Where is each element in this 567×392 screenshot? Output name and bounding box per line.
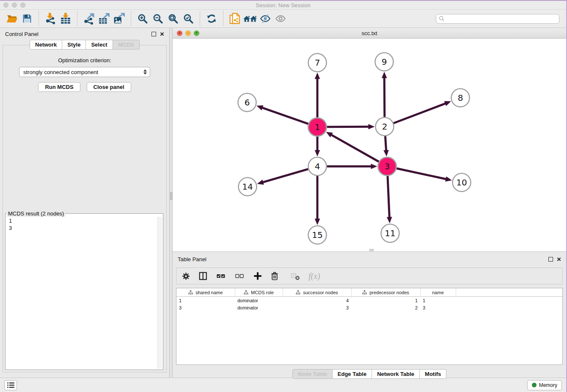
deselect-all-columns-button[interactable] <box>234 270 245 282</box>
minimize-network-button[interactable]: − <box>185 30 191 36</box>
close-panel-icon[interactable]: × <box>160 30 164 38</box>
edge-1-4[interactable] <box>315 137 320 157</box>
column-header-name[interactable]: name <box>420 288 456 297</box>
node-8[interactable]: 8 <box>451 89 470 107</box>
node-3[interactable]: 3 <box>378 157 396 176</box>
table-row[interactable]: 3dominator323 <box>176 304 563 311</box>
tab-select[interactable]: Select <box>86 40 113 50</box>
toggle-graphics-details-button[interactable] <box>258 11 273 26</box>
float-table-panel-icon[interactable] <box>548 257 553 262</box>
zoom-out-button[interactable] <box>150 11 165 26</box>
task-history-button[interactable] <box>4 380 17 390</box>
table-tab-edge-table[interactable]: Edge Table <box>333 369 372 379</box>
search-box <box>436 14 559 24</box>
result-scrollbar[interactable] <box>157 217 162 369</box>
zoom-selected-button[interactable] <box>181 11 196 26</box>
edge-4-3[interactable] <box>327 164 377 169</box>
table-cell[interactable]: 2 <box>351 304 420 311</box>
table-cell[interactable]: 1 <box>351 297 420 304</box>
zoom-window-button[interactable] <box>20 3 25 8</box>
table-tab-motifs[interactable]: Motifs <box>420 369 446 379</box>
zoom-network-button[interactable]: + <box>194 30 199 36</box>
edge-1-2[interactable] <box>327 124 374 130</box>
node-10[interactable]: 10 <box>453 174 471 192</box>
import-table-button[interactable] <box>58 11 73 26</box>
zoom-in-button[interactable] <box>135 11 150 26</box>
node-11[interactable]: 11 <box>381 224 399 243</box>
edge-3-11[interactable] <box>387 176 392 223</box>
memory-button[interactable]: Memory <box>527 380 562 390</box>
open-session-button[interactable] <box>4 11 19 26</box>
export-image-button[interactable] <box>112 11 127 26</box>
first-neighbors-button[interactable] <box>242 11 258 26</box>
table-cell[interactable]: 4 <box>283 297 351 304</box>
zoom-fit-button[interactable] <box>165 11 181 26</box>
search-input[interactable] <box>446 15 556 22</box>
column-header-MCDS-role[interactable]: MCDS role <box>235 288 283 297</box>
export-table-button[interactable] <box>96 11 112 26</box>
edge-3-1[interactable] <box>326 132 379 162</box>
new-network-from-selection-button[interactable] <box>227 11 242 26</box>
canvas-scrollbar-handle[interactable] <box>369 249 374 251</box>
close-panel-button[interactable]: Close panel <box>87 82 131 92</box>
select-all-columns-button[interactable] <box>216 270 226 282</box>
close-network-button[interactable]: × <box>177 30 182 36</box>
edge-4-15[interactable] <box>315 176 320 225</box>
node-1[interactable]: 1 <box>308 118 327 136</box>
node-label: 6 <box>245 97 250 108</box>
clone-network-icon <box>229 13 241 25</box>
node-14[interactable]: 14 <box>239 178 257 196</box>
table-mode-button[interactable] <box>182 270 190 282</box>
import-network-button[interactable] <box>43 11 58 26</box>
edge-1-6[interactable] <box>256 105 308 124</box>
table-cell[interactable]: dominator <box>235 304 283 311</box>
edge-3-10[interactable] <box>396 168 452 182</box>
table-cell[interactable]: 3 <box>283 304 351 311</box>
node-15[interactable]: 15 <box>308 226 327 244</box>
minimize-window-button[interactable] <box>12 3 17 8</box>
edge-4-14[interactable] <box>257 169 308 185</box>
save-session-button[interactable] <box>19 11 35 26</box>
show-columns-button[interactable] <box>198 270 208 282</box>
criterion-select[interactable]: strongly connected component <box>19 67 150 77</box>
column-header-predecessor-nodes[interactable]: predecessor nodes <box>351 288 420 297</box>
table-tab-node-table[interactable]: Node Table <box>292 369 333 379</box>
float-panel-icon[interactable] <box>151 32 156 36</box>
table-tab-network-table[interactable]: Network Table <box>372 369 420 379</box>
close-window-button[interactable] <box>3 3 8 8</box>
plus-icon <box>253 271 262 281</box>
table-cell[interactable]: 1 <box>176 297 235 304</box>
table-cell[interactable]: dominator <box>235 297 283 304</box>
node-6[interactable]: 6 <box>238 94 256 112</box>
node-9[interactable]: 9 <box>375 53 394 71</box>
eye-slash-icon <box>259 13 271 24</box>
tab-style[interactable]: Style <box>62 40 86 50</box>
edge-2-3[interactable] <box>383 136 389 156</box>
table-cell[interactable]: 3 <box>420 304 456 311</box>
network-canvas[interactable]: 7968124314101511 <box>173 39 566 251</box>
run-mcds-button[interactable]: Run MCDS <box>38 82 80 92</box>
show-hide-details-button[interactable] <box>273 11 288 26</box>
edge-2-9[interactable] <box>382 72 387 117</box>
node-4[interactable]: 4 <box>308 157 327 176</box>
edge-1-7[interactable] <box>315 73 320 118</box>
column-header-shared-name[interactable]: shared name <box>176 288 235 297</box>
node-2[interactable]: 2 <box>376 118 394 136</box>
table-cell[interactable]: 3 <box>176 304 235 311</box>
function-builder-button[interactable]: f(x) <box>308 271 320 281</box>
apply-layout-button[interactable] <box>204 11 219 26</box>
edge-2-8[interactable] <box>394 101 451 123</box>
tab-network[interactable]: Network <box>30 40 62 50</box>
panel-splitter[interactable] <box>169 28 173 378</box>
node-7[interactable]: 7 <box>308 54 327 72</box>
tab-mcds[interactable]: MCDS <box>113 40 140 50</box>
close-table-panel-icon[interactable]: × <box>557 256 561 263</box>
delete-table-button[interactable] <box>290 270 300 282</box>
delete-column-button[interactable] <box>270 270 279 282</box>
export-network-button[interactable] <box>81 11 96 26</box>
table-cell[interactable]: 1 <box>420 297 456 304</box>
table-cell-filler <box>456 304 563 311</box>
table-row[interactable]: 1dominator411 <box>176 297 563 304</box>
create-column-button[interactable] <box>253 270 262 282</box>
column-header-successor-nodes[interactable]: successor nodes <box>283 288 351 297</box>
